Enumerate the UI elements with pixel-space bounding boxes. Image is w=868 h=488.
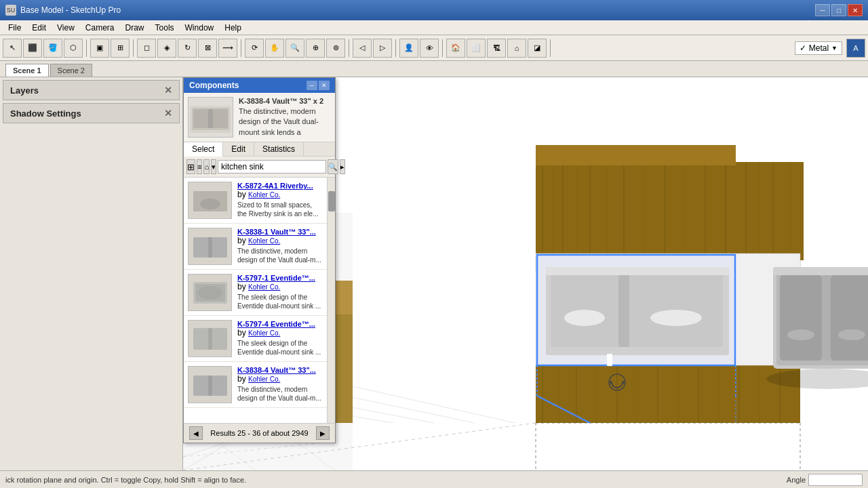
previous-results-button[interactable]: ◀ — [189, 426, 203, 440]
result-name-5[interactable]: K-3838-4 Vault™ 33"... — [237, 366, 323, 374]
next-results-button[interactable]: ▶ — [316, 426, 330, 440]
push-pull2-button[interactable]: ◻ — [137, 39, 156, 58]
layers-panel-item[interactable]: Layers ✕ — [3, 80, 180, 100]
component-options-button[interactable]: ◪ — [528, 39, 547, 58]
component-tab-statistics[interactable]: Statistics — [254, 142, 304, 156]
result-item-2[interactable]: K-3838-1 Vault™ 33"... by Kohler Co. The… — [184, 224, 327, 270]
menu-file[interactable]: File — [3, 22, 26, 34]
look-button[interactable]: 👁 — [420, 39, 439, 58]
followme-button[interactable]: ⟿ — [218, 39, 237, 58]
result-author-5[interactable]: Kohler Co. — [248, 375, 280, 383]
result-name-2[interactable]: K-3838-1 Vault™ 33"... — [237, 228, 323, 236]
result-thumbnail-2 — [188, 228, 232, 265]
menu-edit[interactable]: Edit — [26, 22, 52, 34]
search-input[interactable] — [218, 160, 326, 174]
angle-input[interactable] — [808, 474, 863, 486]
rotate-button[interactable]: ↻ — [178, 39, 197, 58]
svg-rect-100 — [208, 237, 212, 258]
component-preview-info: K-3838-4 Vault™ 33" x 2 The distinctive,… — [239, 97, 331, 138]
previous-view-button[interactable]: ◁ — [353, 39, 372, 58]
search-options-button[interactable]: ▸ — [340, 159, 345, 174]
3d-warehouse-button[interactable]: 🏠 — [446, 39, 465, 58]
orbit-button[interactable]: ⟳ — [245, 39, 264, 58]
status-text: ick rotation plane and origin. Ctrl = to… — [5, 476, 246, 484]
minimize-button[interactable]: ─ — [815, 4, 830, 16]
building-button[interactable]: 🏗 — [487, 39, 506, 58]
panel-close-button[interactable]: ✕ — [319, 81, 330, 90]
component-tab-select[interactable]: Select — [184, 142, 223, 157]
view-grid-button[interactable]: ⊞ — [186, 159, 195, 174]
eraser-button[interactable]: ⬡ — [64, 39, 83, 58]
menu-draw[interactable]: Draw — [120, 22, 150, 34]
svg-rect-93 — [208, 109, 213, 128]
close-button[interactable]: ✕ — [848, 4, 863, 16]
layers-close-button[interactable]: ✕ — [164, 85, 172, 96]
components-panel: Components ─ ✕ K — [183, 77, 336, 443]
result-desc-2: The distinctive, modern design of the Va… — [237, 247, 323, 264]
shadow-settings-close-button[interactable]: ✕ — [164, 108, 172, 119]
svg-point-104 — [198, 286, 222, 300]
menu-tools[interactable]: Tools — [150, 22, 180, 34]
move-button[interactable]: ◈ — [157, 39, 176, 58]
result-name-3[interactable]: K-5797-1 Eventide™... — [237, 274, 323, 282]
result-desc-1: Sized to fit small spaces, the Riverby s… — [237, 201, 323, 218]
display-style-button[interactable]: A — [846, 39, 865, 58]
zoom-button[interactable]: 🔍 — [285, 39, 304, 58]
result-item-3[interactable]: K-5797-1 Eventide™... by Kohler Co. The … — [184, 270, 327, 316]
menu-camera[interactable]: Camera — [80, 22, 120, 34]
view-list-button[interactable]: ≡ — [197, 159, 202, 174]
svg-rect-108 — [208, 328, 212, 350]
svg-rect-110 — [193, 375, 208, 396]
toolbar-separator-5 — [395, 39, 396, 57]
result-name-1[interactable]: K-5872-4A1 Riverby... — [237, 182, 323, 190]
result-author-2[interactable]: Kohler Co. — [248, 237, 280, 245]
zoom-extents-button[interactable]: ⊛ — [326, 39, 345, 58]
result-name-4[interactable]: K-5797-4 Eventide™... — [237, 320, 323, 328]
result-info-1: K-5872-4A1 Riverby... by Kohler Co. Size… — [237, 182, 323, 219]
result-author-3[interactable]: Kohler Co. — [248, 283, 280, 291]
layers-label: Layers — [10, 85, 39, 96]
zoom-window-button[interactable]: ⊕ — [306, 39, 325, 58]
restore-button[interactable]: □ — [831, 4, 846, 16]
group-button[interactable]: ⊞ — [111, 39, 130, 58]
walk-button[interactable]: 👤 — [399, 39, 418, 58]
home-button[interactable]: ⌂ — [203, 159, 210, 174]
search-execute-button[interactable]: 🔍 — [328, 159, 338, 174]
viewport[interactable]: Components ─ ✕ K — [183, 77, 868, 470]
select-tool-button[interactable]: ↖ — [3, 39, 22, 58]
push-pull-button[interactable]: ⬛ — [23, 39, 42, 58]
next-view-button[interactable]: ▷ — [373, 39, 392, 58]
svg-rect-69 — [822, 275, 831, 361]
result-desc-4: The sleek design of the Eventide dual-mo… — [237, 339, 323, 357]
panel-minimize-button[interactable]: ─ — [307, 81, 317, 90]
extension-warehouse-button[interactable]: ⬜ — [467, 39, 486, 58]
menu-window[interactable]: Window — [180, 22, 220, 34]
paint-bucket-button[interactable]: 🪣 — [43, 39, 62, 58]
menu-view[interactable]: View — [52, 22, 80, 34]
title-bar: SU Base Model - SketchUp Pro ─ □ ✕ — [0, 0, 868, 20]
scale-button[interactable]: ⊠ — [198, 39, 217, 58]
menu-help[interactable]: Help — [219, 22, 247, 34]
result-item-5[interactable]: K-3838-4 Vault™ 33"... by Kohler Co. The… — [184, 362, 327, 408]
house-button[interactable]: ⌂ — [507, 39, 526, 58]
results-scrollbar[interactable] — [327, 178, 335, 423]
scene-tab-2[interactable]: Scene 2 — [50, 64, 92, 77]
shadow-settings-panel-item[interactable]: Shadow Settings ✕ — [3, 103, 180, 123]
scroll-thumb[interactable] — [328, 191, 335, 211]
toolbar: ↖ ⬛ 🪣 ⬡ ▣ ⊞ ◻ ◈ ↻ ⊠ ⟿ ⟳ ✋ 🔍 ⊕ ⊛ ◁ ▷ 👤 👁 … — [0, 35, 868, 61]
result-item-4[interactable]: K-5797-4 Eventide™... by Kohler Co. The … — [184, 316, 327, 362]
components-button[interactable]: ▣ — [90, 39, 109, 58]
dropdown-button[interactable]: ▾ — [211, 159, 216, 174]
component-tab-edit[interactable]: Edit — [223, 142, 254, 156]
result-author-1[interactable]: Kohler Co. — [248, 191, 280, 199]
toolbar-separator-1 — [86, 39, 87, 57]
style-selector[interactable]: ✓ Metal ▼ — [795, 41, 842, 55]
result-thumbnail-5 — [188, 366, 232, 403]
result-author-4[interactable]: Kohler Co. — [248, 329, 280, 337]
component-panel-tabs: Select Edit Statistics — [184, 142, 335, 157]
result-desc-3: The sleek design of the Eventide dual-mo… — [237, 293, 323, 310]
style-dropdown-icon[interactable]: ▼ — [831, 45, 837, 52]
pan-button[interactable]: ✋ — [265, 39, 284, 58]
scene-tab-1[interactable]: Scene 1 — [5, 64, 49, 77]
result-item-1[interactable]: K-5872-4A1 Riverby... by Kohler Co. Size… — [184, 178, 327, 224]
